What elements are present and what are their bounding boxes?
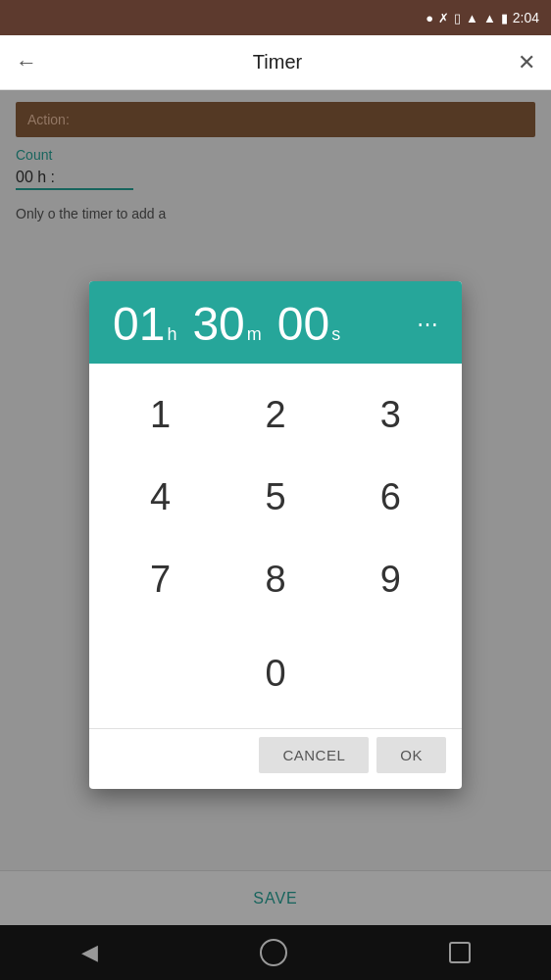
numpad-2[interactable]: 2: [220, 375, 330, 454]
seconds-value: 00: [277, 301, 329, 348]
background-content: Action: Count 00 h : Only o the timer to…: [0, 90, 551, 925]
dialog-actions: CANCEL OK: [89, 728, 462, 789]
page-title: Timer: [253, 51, 302, 74]
copy-icon: ▯: [454, 11, 461, 25]
modal-overlay: 01 h 30 m 00 s ⋯ 1 2 3 4 5: [0, 90, 551, 980]
hours-unit: h: [167, 324, 176, 345]
numpad-3[interactable]: 3: [335, 375, 446, 454]
seconds-unit: s: [331, 324, 340, 345]
numpad-8[interactable]: 8: [220, 540, 330, 618]
timer-display: 01 h 30 m 00 s ⋯: [89, 281, 462, 364]
numpad: 1 2 3 4 5 6 7 8 9: [89, 364, 462, 630]
location-icon: ●: [426, 11, 433, 25]
status-icons: ● ✗ ▯ ▲ ▲ ▮ 2:04: [426, 10, 539, 25]
battery-icon: ▮: [501, 11, 508, 25]
wifi-icon: ▲: [466, 11, 478, 25]
minutes-value: 30: [192, 301, 244, 348]
numpad-0[interactable]: 0: [219, 634, 332, 712]
numpad-4[interactable]: 4: [105, 458, 216, 536]
status-bar: ● ✗ ▯ ▲ ▲ ▮ 2:04: [0, 0, 551, 35]
numpad-zero-row: 0: [89, 630, 462, 728]
timer-menu-icon[interactable]: ⋯: [417, 312, 438, 337]
hours-segment: 01 h: [113, 301, 192, 348]
hours-value: 01: [113, 301, 165, 348]
back-button[interactable]: ←: [16, 50, 37, 75]
ok-button[interactable]: OK: [376, 737, 446, 773]
numpad-6[interactable]: 6: [335, 458, 446, 536]
bluetooth-icon: ✗: [438, 11, 449, 25]
status-time: 2:04: [513, 10, 539, 25]
numpad-7[interactable]: 7: [105, 540, 216, 618]
minutes-unit: m: [247, 324, 262, 345]
minutes-segment: 30 m: [192, 301, 276, 348]
numpad-9[interactable]: 9: [335, 540, 446, 618]
app-bar: ← Timer ✕: [0, 35, 551, 90]
seconds-segment: 00 s: [277, 301, 356, 348]
signal-icon: ▲: [483, 11, 496, 25]
numpad-1[interactable]: 1: [105, 375, 216, 454]
cancel-button[interactable]: CANCEL: [259, 737, 369, 773]
close-button[interactable]: ✕: [518, 50, 535, 75]
numpad-5[interactable]: 5: [220, 458, 330, 536]
timer-dialog: 01 h 30 m 00 s ⋯ 1 2 3 4 5: [89, 281, 462, 789]
